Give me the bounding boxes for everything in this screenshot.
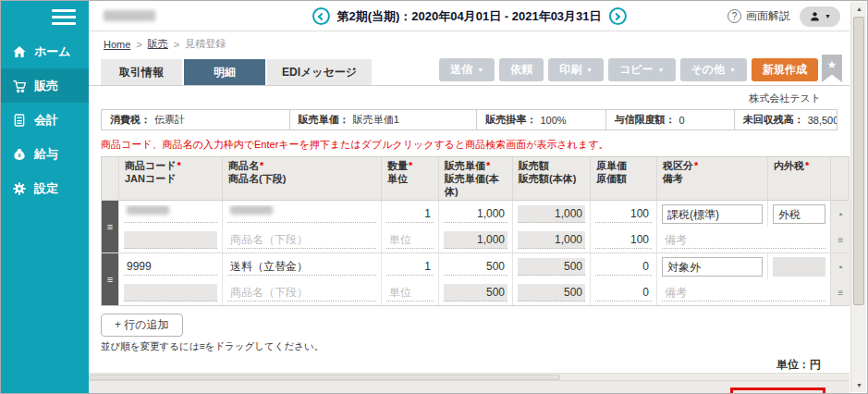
cell-jan-code [118, 279, 222, 305]
unit-note: 単位：円 [101, 357, 837, 373]
cell-unit[interactable]: 単位 [381, 227, 438, 252]
row-note-icon[interactable]: ▪ [830, 201, 850, 227]
cell-product-code[interactable]: 9999 [118, 253, 222, 279]
row-drag-handle-icon[interactable]: ≡ [102, 253, 118, 305]
sidebar-item-accounting[interactable]: 会計 [1, 103, 89, 137]
col-product-name: 商品名*商品名(下段) [222, 157, 381, 200]
cell-unit[interactable]: 単位 [381, 279, 438, 305]
sidebar-item-label: 販売 [34, 78, 58, 94]
sidebar: ホーム 販売 会計 ¥ 給与 設定 [1, 1, 89, 393]
sidebar-item-payroll[interactable]: ¥ 給与 [1, 137, 89, 171]
row-list-icon[interactable]: ≡ [830, 227, 850, 252]
scroll-up-icon[interactable]: ▲ [851, 2, 867, 16]
col-tax-class: 税区分*備考 [656, 157, 767, 200]
info-sales-unit-price: 販売単価：販売単価1 [289, 110, 477, 129]
cell-product-code[interactable] [118, 201, 222, 227]
print-button[interactable]: 印刷▼ [548, 58, 604, 81]
cell-product-name[interactable]: 送料（立替金） [222, 253, 381, 279]
row-drag-handle-icon[interactable]: ≡ [102, 201, 118, 252]
cell-note[interactable]: 備考 [656, 227, 830, 252]
prev-period-button[interactable] [312, 7, 329, 25]
detail-table: 商品コード*JANコード 商品名*商品名(下段) 数量*単位 販売単価*販売単価… [101, 156, 850, 306]
customer-name: 株式会社テスト [101, 86, 837, 109]
chevron-down-icon: ▼ [658, 67, 665, 73]
row-note-icon[interactable]: ▪ [830, 253, 850, 279]
breadcrumb-current: 見積登録 [185, 37, 226, 51]
col-amount: 販売額販売額(本体) [512, 157, 590, 200]
breadcrumb: Home > 販売 > 見積登録 [89, 31, 850, 53]
col-tax-type: 内外税* [767, 157, 830, 200]
cell-cost-price[interactable]: 100 [590, 201, 656, 227]
app-window: ホーム 販売 会計 ¥ 給与 設定 [0, 0, 868, 394]
cell-amount-base: 500 [512, 279, 590, 305]
cell-unit-price[interactable]: 500 [438, 253, 512, 279]
footer-bar: 保存する [89, 380, 850, 394]
cell-note[interactable]: 備考 [656, 279, 830, 305]
cell-tax-class[interactable]: 課税(標準) [656, 201, 767, 227]
sidebar-item-label: 会計 [34, 112, 58, 129]
horizontal-scrollbar [89, 373, 850, 380]
screen-help-label: 画面解説 [746, 8, 790, 24]
chevron-down-icon: ▼ [825, 13, 831, 19]
other-button[interactable]: その他▼ [680, 58, 748, 81]
calculator-icon [11, 112, 27, 128]
redacted-screen-title [104, 10, 155, 21]
cell-product-name-lower[interactable]: 商品名（下段） [222, 279, 381, 305]
table-header-row: 商品コード*JANコード 商品名*商品名(下段) 数量*単位 販売単価*販売単価… [102, 157, 849, 201]
cell-quantity[interactable]: 1 [381, 253, 438, 279]
info-sales-rate: 販売掛率：100% [476, 110, 605, 129]
row-list-icon[interactable]: ≡ [830, 279, 850, 305]
col-unit-price: 販売単価*販売単価(本体) [438, 157, 512, 200]
table-row: ≡ 9999 送料（立替金） 1 500 500 0 対象外 ▪ 商品名（下段）… [102, 253, 849, 305]
cell-tax-class[interactable]: 対象外 [656, 253, 767, 279]
cell-product-name-lower[interactable]: 商品名（下段） [222, 227, 381, 252]
col-cost: 原単価原価額 [590, 157, 656, 200]
info-credit-limit: 与信限度額：0 [605, 110, 734, 129]
bookmark-icon[interactable]: ★ [822, 55, 842, 82]
cell-cost-amount[interactable]: 0 [590, 279, 656, 305]
request-button[interactable]: 依頼 [499, 58, 544, 81]
question-icon: ? [727, 9, 741, 23]
scroll-down-icon[interactable]: ▼ [851, 378, 867, 392]
tab-transaction-info[interactable]: 取引情報 [101, 59, 182, 85]
input-help-notice: 商品コード、商品名の入力枠内でEnterキーを押下またはダブルクリックすると商品… [101, 138, 837, 152]
cell-amount-base: 1,000 [512, 227, 590, 252]
col-product-code: 商品コード*JANコード [118, 157, 222, 200]
next-period-button[interactable] [609, 7, 627, 25]
tab-toolbar-row: 取引情報 明細 EDIメッセージ 送信▼ 依頼 印刷▼ コピー▼ その他▼ 新規… [89, 53, 850, 86]
fiscal-period-selector: 第2期(当期)：2020年04月01日 - 2021年03月31日 [312, 1, 626, 31]
customer-info-bar: 消費税：伝票計 販売単価：販売単価1 販売掛率：100% 与信限度額：0 未回収… [101, 109, 837, 130]
fiscal-period-label: 第2期(当期)：2020年04月01日 - 2021年03月31日 [336, 8, 601, 25]
cell-unit-price-base: 1,000 [438, 227, 512, 252]
breadcrumb-home[interactable]: Home [104, 39, 130, 50]
toolbar: 送信▼ 依頼 印刷▼ コピー▼ その他▼ 新規作成 [439, 58, 818, 81]
cell-cost-price[interactable]: 0 [590, 253, 656, 279]
breadcrumb-sales[interactable]: 販売 [148, 37, 168, 51]
screen-help-link[interactable]: ? 画面解説 [727, 8, 790, 24]
cart-icon [11, 78, 27, 93]
cell-unit-price[interactable]: 1,000 [438, 201, 512, 227]
table-row: ≡ 1 1,000 1,000 100 課税(標準) 外税 ▪ 商品名（下段） … [102, 201, 849, 253]
sidebar-item-sales[interactable]: 販売 [1, 68, 89, 103]
user-menu-button[interactable]: ▼ [800, 6, 840, 27]
cell-cost-amount[interactable]: 100 [590, 227, 656, 252]
tab-detail[interactable]: 明細 [184, 59, 265, 85]
home-icon [11, 43, 27, 59]
sidebar-item-home[interactable]: ホーム [1, 34, 89, 68]
cell-quantity[interactable]: 1 [381, 201, 438, 227]
vertical-scrollbar-thumb[interactable] [853, 17, 864, 305]
copy-button[interactable]: コピー▼ [608, 58, 676, 81]
sidebar-item-settings[interactable]: 設定 [1, 171, 89, 205]
redacted-product-name [230, 205, 273, 215]
sidebar-item-label: 給与 [34, 146, 58, 163]
cell-amount: 1,000 [512, 201, 590, 227]
create-new-button[interactable]: 新規作成 [752, 58, 818, 81]
col-actions [830, 157, 850, 200]
send-button[interactable]: 送信▼ [439, 58, 495, 81]
menu-toggle-icon[interactable] [52, 9, 76, 25]
cell-product-name[interactable] [222, 201, 381, 227]
tab-edi-message[interactable]: EDIメッセージ [267, 59, 372, 85]
cell-tax-type[interactable]: 外税 [767, 201, 830, 227]
add-row-button[interactable]: + 行の追加 [101, 314, 183, 337]
cell-tax-type [767, 253, 830, 279]
